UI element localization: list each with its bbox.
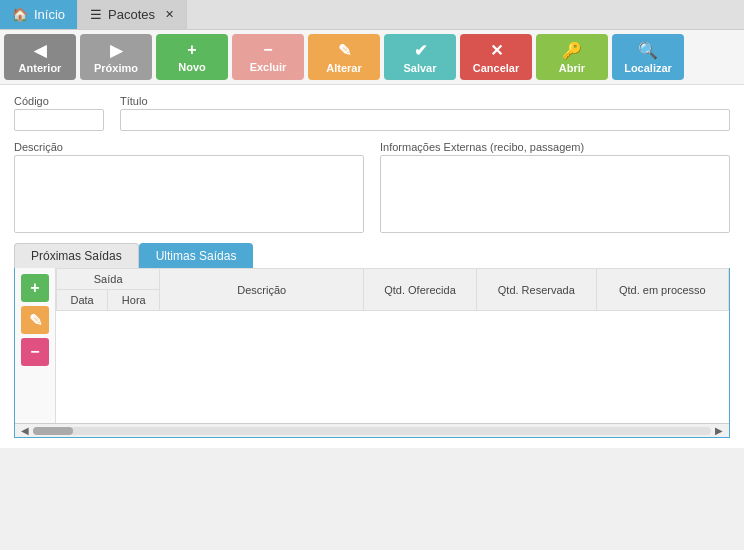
tab-pacotes-label: Pacotes xyxy=(108,7,155,22)
novo-button[interactable]: + Novo xyxy=(156,34,228,80)
tab-inicio-label: Início xyxy=(34,7,65,22)
add-icon: + xyxy=(30,279,39,297)
novo-label: Novo xyxy=(178,61,206,73)
scrollbar-track[interactable] xyxy=(33,427,711,435)
edit-row-button[interactable]: ✎ xyxy=(21,306,49,334)
abrir-icon: 🔑 xyxy=(562,41,582,60)
localizar-button[interactable]: 🔍 Localizar xyxy=(612,34,684,80)
data-header: Data xyxy=(57,290,108,311)
scroll-right-icon[interactable]: ▶ xyxy=(711,425,727,436)
form-row-description: Descrição Informações Externas (recibo, … xyxy=(14,141,730,233)
form-group-titulo: Título xyxy=(120,95,730,131)
abrir-label: Abrir xyxy=(559,62,585,74)
anterior-label: Anterior xyxy=(19,62,62,74)
tab-inicio[interactable]: 🏠 Início xyxy=(0,0,78,29)
form-group-info-externas: Informações Externas (recibo, passagem) xyxy=(380,141,730,233)
salvar-icon: ✔ xyxy=(414,41,427,60)
add-row-button[interactable]: + xyxy=(21,274,49,302)
salvar-button[interactable]: ✔ Salvar xyxy=(384,34,456,80)
qtd-processo-header: Qtd. em processo xyxy=(596,269,728,311)
excluir-button[interactable]: − Excluir xyxy=(232,34,304,80)
descricao-textarea[interactable] xyxy=(14,155,364,233)
proximo-label: Próximo xyxy=(94,62,138,74)
edit-icon: ✎ xyxy=(29,311,42,330)
localizar-label: Localizar xyxy=(624,62,672,74)
qtd-oferecida-header: Qtd. Oferecida xyxy=(364,269,477,311)
tab-close-icon[interactable]: ✕ xyxy=(165,8,174,21)
localizar-icon: 🔍 xyxy=(638,41,658,60)
info-externas-textarea[interactable] xyxy=(380,155,730,233)
list-icon: ☰ xyxy=(90,7,102,22)
alterar-icon: ✎ xyxy=(338,41,351,60)
abrir-button[interactable]: 🔑 Abrir xyxy=(536,34,608,80)
table-inner: + ✎ − Saída xyxy=(15,268,729,423)
codigo-input[interactable] xyxy=(14,109,104,131)
tab-pacotes[interactable]: ☰ Pacotes ✕ xyxy=(78,0,187,29)
tab-proximas-saidas[interactable]: Próximas Saídas xyxy=(14,243,139,268)
tab-bar: 🏠 Início ☰ Pacotes ✕ xyxy=(0,0,744,30)
cancelar-button[interactable]: ✕ Cancelar xyxy=(460,34,532,80)
table-container: + ✎ − Saída xyxy=(14,268,730,438)
saida-group-header: Saída xyxy=(57,269,160,290)
hora-header: Hora xyxy=(108,290,160,311)
form-group-descricao: Descrição xyxy=(14,141,364,233)
form-group-codigo: Código xyxy=(14,95,104,131)
main-content: Código Título Descrição Informações Exte… xyxy=(0,85,744,448)
excluir-icon: − xyxy=(263,41,272,59)
excluir-label: Excluir xyxy=(250,61,287,73)
tab-ultimas-saidas[interactable]: Ultimas Saídas xyxy=(139,243,254,268)
form-row-top: Código Título xyxy=(14,95,730,131)
remove-icon: − xyxy=(30,343,39,361)
remove-row-button[interactable]: − xyxy=(21,338,49,366)
scroll-left-icon[interactable]: ◀ xyxy=(17,425,33,436)
qtd-reservada-header: Qtd. Reservada xyxy=(476,269,596,311)
proximo-icon: ▶ xyxy=(110,41,122,60)
codigo-label: Código xyxy=(14,95,104,107)
table-wrapper[interactable]: Saída Descrição Qtd. Oferecida Qtd. Rese… xyxy=(56,268,729,423)
section-tabs: Próximas Saídas Ultimas Saídas xyxy=(14,243,730,268)
anterior-button[interactable]: ◀ Anterior xyxy=(4,34,76,80)
toolbar: ◀ Anterior ▶ Próximo + Novo − Excluir ✎ … xyxy=(0,30,744,85)
descricao-label: Descrição xyxy=(14,141,364,153)
info-externas-label: Informações Externas (recibo, passagem) xyxy=(380,141,730,153)
data-table: Saída Descrição Qtd. Oferecida Qtd. Rese… xyxy=(56,268,729,311)
tab-proximas-label: Próximas Saídas xyxy=(31,249,122,263)
proximo-button[interactable]: ▶ Próximo xyxy=(80,34,152,80)
scrollbar-thumb[interactable] xyxy=(33,427,73,435)
alterar-button[interactable]: ✎ Alterar xyxy=(308,34,380,80)
salvar-label: Salvar xyxy=(403,62,436,74)
cancelar-label: Cancelar xyxy=(473,62,519,74)
home-icon: 🏠 xyxy=(12,7,28,22)
anterior-icon: ◀ xyxy=(34,41,46,60)
titulo-input[interactable] xyxy=(120,109,730,131)
table-actions: + ✎ − xyxy=(15,268,56,423)
cancelar-icon: ✕ xyxy=(490,41,503,60)
horizontal-scrollbar[interactable]: ◀ ▶ xyxy=(15,423,729,437)
titulo-label: Título xyxy=(120,95,730,107)
tab-ultimas-label: Ultimas Saídas xyxy=(156,249,237,263)
novo-icon: + xyxy=(187,41,196,59)
descricao-header: Descrição xyxy=(160,269,364,311)
alterar-label: Alterar xyxy=(326,62,361,74)
